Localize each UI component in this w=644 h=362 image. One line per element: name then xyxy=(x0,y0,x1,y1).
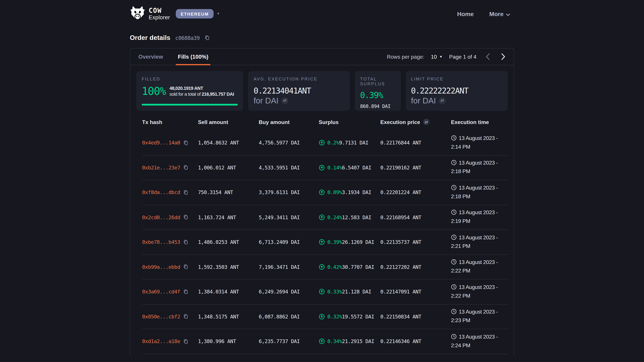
tab-bar: Overview Fills (100%) Rows per page: 10 … xyxy=(130,48,514,65)
surplus-cell: 0.09% 3.1934 DAI xyxy=(319,189,380,196)
table-row: 0x3a69...cd4f 1,384.0314 ANT 6,249.2694 … xyxy=(142,280,508,304)
surplus-percent: 0.14% xyxy=(327,164,342,171)
page-title: Order details xyxy=(130,34,170,41)
sell-amount: 1,163.724 ANT xyxy=(198,214,258,220)
surplus-percent: 0.2% xyxy=(327,140,339,146)
execution-time: 13 August 2023 - 2:24 PM xyxy=(451,333,508,350)
total-surplus-card: TOTAL SURPLUS 0.39% 860.894 DAI xyxy=(355,71,401,111)
execution-price: 0.22127202 ANT xyxy=(380,264,451,270)
swap-icon[interactable]: ⇄ xyxy=(282,97,288,104)
copy-icon[interactable] xyxy=(183,289,188,295)
clock-icon xyxy=(451,160,457,168)
surplus-cell: 0.32% 19.5572 DAI xyxy=(319,313,380,320)
surplus-up-icon xyxy=(319,289,325,295)
sell-amount: 1,592.3503 ANT xyxy=(198,264,258,270)
surplus-up-icon xyxy=(319,338,325,345)
order-panel: Overview Fills (100%) Rows per page: 10 … xyxy=(130,48,514,355)
tx-hash-link[interactable]: 0xd1a2...a18e xyxy=(142,338,180,345)
network-caret-icon[interactable]: ▼ xyxy=(217,12,220,15)
tx-hash-link[interactable]: 0xbe78...b453 xyxy=(142,239,180,245)
tx-hash-link[interactable]: 0x050e...cbf2 xyxy=(142,313,180,320)
sell-amount: 750.3154 ANT xyxy=(198,189,258,196)
sell-amount: 1,486.0253 ANT xyxy=(198,239,258,245)
page: COW Explorer ETHEREUM ▼ Home More Order … xyxy=(0,0,644,362)
total-surplus-percent: 0.39% xyxy=(360,90,395,100)
surplus-percent: 0.34% xyxy=(327,338,342,345)
surplus-cell: 0.24% 12.583 DAI xyxy=(319,214,380,220)
col-execution-price: Execution price ⇄ xyxy=(380,119,451,125)
table-row: 0xb99a...ebbd 1,592.3503 ANT 7,196.3471 … xyxy=(142,255,508,280)
tx-hash-link[interactable]: 0xb99a...ebbd xyxy=(142,264,180,270)
copy-icon[interactable] xyxy=(183,339,188,344)
surplus-cell: 0.14% 6.5407 DAI xyxy=(319,164,380,171)
sell-amount: 1,054.8632 ANT xyxy=(198,140,258,146)
avg-execution-price-value: 0.22134041ANT xyxy=(254,86,344,96)
copy-icon[interactable] xyxy=(183,140,188,145)
logo[interactable]: COW Explorer xyxy=(130,6,170,22)
surplus-cell: 0.42% 30.7707 DAI xyxy=(319,264,380,270)
tx-hash-link[interactable]: 0x2cd0...26dd xyxy=(142,214,180,220)
execution-price: 0.22201224 ANT xyxy=(380,189,451,196)
tx-hash-link[interactable]: 0x3a69...cd4f xyxy=(142,289,180,295)
page-next-icon[interactable] xyxy=(498,52,508,61)
tab-overview[interactable]: Overview xyxy=(136,48,165,65)
surplus-up-icon xyxy=(319,140,325,146)
avg-execution-price-card: AVG. EXECUTION PRICE 0.22134041ANT for D… xyxy=(248,71,350,111)
execution-price: 0.22147091 ANT xyxy=(380,289,451,295)
copy-icon[interactable] xyxy=(183,165,188,170)
surplus-cell: 0.39% 26.1269 DAI xyxy=(319,239,380,245)
table-row: 0xbe78...b453 1,486.0253 ANT 6,713.2409 … xyxy=(142,230,508,255)
sell-amount: 1,348.5175 ANT xyxy=(198,313,258,320)
copy-icon[interactable] xyxy=(183,264,188,270)
copy-icon[interactable] xyxy=(183,214,188,220)
surplus-up-icon xyxy=(319,313,325,320)
copy-icon[interactable] xyxy=(204,35,210,40)
execution-time: 13 August 2023 - 2:19 PM xyxy=(451,209,508,225)
nav-more[interactable]: More xyxy=(489,10,510,17)
network-badge[interactable]: ETHEREUM xyxy=(176,9,214,18)
execution-price: 0.22176844 ANT xyxy=(380,140,451,146)
table-row: 0x4ed9...14a0 1,054.8632 ANT 4,756.5977 … xyxy=(142,131,508,155)
surplus-amount: 6.5407 DAI xyxy=(342,164,371,171)
tab-fills[interactable]: Fills (100%) xyxy=(176,48,210,65)
col-tx-hash: Tx hash xyxy=(142,119,198,125)
tx-hash-link[interactable]: 0xf8da...dbcd xyxy=(142,189,180,196)
logo-title: COW xyxy=(149,7,170,14)
rows-per-page-select[interactable]: 10 ▼ xyxy=(431,54,442,60)
order-id: c0688a39 xyxy=(175,35,200,41)
nav-home[interactable]: Home xyxy=(457,10,474,17)
surplus-percent: 0.32% xyxy=(327,313,342,320)
surplus-amount: 9.7131 DAI xyxy=(339,140,368,146)
surplus-percent: 0.24% xyxy=(327,214,342,220)
col-sell-amount: Sell amount xyxy=(198,119,258,125)
surplus-cell: 0.2% 9.7131 DAI xyxy=(319,140,380,146)
sell-amount: 1,006.012 ANT xyxy=(198,164,258,171)
limit-price-unit: for DAI xyxy=(411,96,436,106)
page-prev-icon[interactable] xyxy=(483,52,492,61)
clock-icon xyxy=(451,334,457,342)
limit-price-value: 0.22222222ANT xyxy=(411,86,502,96)
tx-hash-link[interactable]: 0x4ed9...14a0 xyxy=(142,140,180,146)
copy-icon[interactable] xyxy=(183,239,188,245)
execution-time: 13 August 2023 - 2:18 PM xyxy=(451,184,508,200)
clock-icon xyxy=(451,185,457,193)
swap-icon[interactable]: ⇄ xyxy=(423,119,430,125)
execution-price: 0.22146346 ANT xyxy=(380,338,451,345)
execution-price: 0.22135737 ANT xyxy=(380,239,451,245)
copy-icon[interactable] xyxy=(183,314,188,320)
surplus-percent: 0.09% xyxy=(327,189,342,196)
copy-icon[interactable] xyxy=(183,190,188,195)
buy-amount: 3,379.6131 DAI xyxy=(259,189,319,196)
limit-price-card: LIMIT PRICE 0.22222222ANT for DAI ⇄ xyxy=(406,71,508,111)
tx-hash-link[interactable]: 0xb21e...23e7 xyxy=(142,164,180,171)
execution-time: 13 August 2023 - 2:18 PM xyxy=(451,159,508,176)
logo-subtitle: Explorer xyxy=(149,15,170,20)
execution-time: 13 August 2023 - 2:22 PM xyxy=(451,284,508,300)
select-caret-icon: ▼ xyxy=(439,55,442,58)
col-buy-amount: Buy amount xyxy=(259,119,319,125)
execution-time: 13 August 2023 - 2:23 PM xyxy=(451,308,508,325)
execution-time: 13 August 2023 - 2:22 PM xyxy=(451,259,508,275)
swap-icon[interactable]: ⇄ xyxy=(439,97,446,104)
summary-cards: FILLED 100% 48,020.1919 ANT sold for a t… xyxy=(136,71,508,111)
execution-price: 0.22150834 ANT xyxy=(380,313,451,320)
